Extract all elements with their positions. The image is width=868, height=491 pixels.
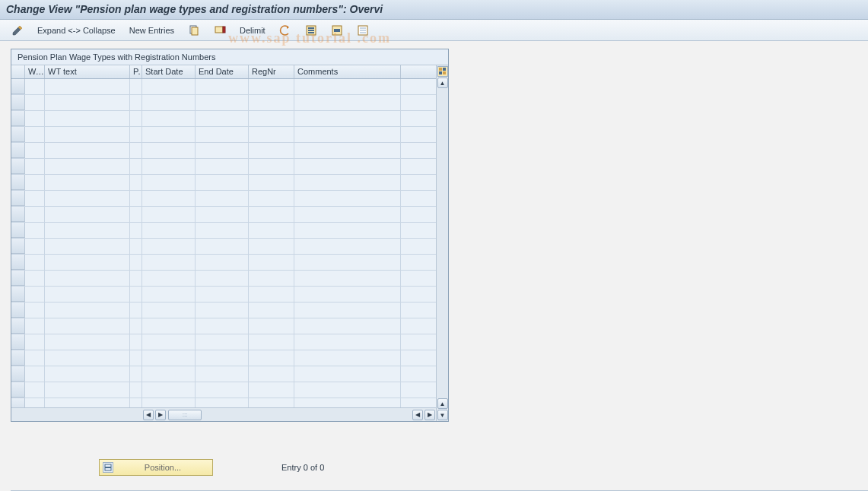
cell-regnr[interactable]	[249, 223, 294, 238]
cell-w[interactable]	[25, 95, 45, 110]
cell-end-date[interactable]	[196, 271, 249, 286]
cell-start-date[interactable]	[142, 175, 196, 190]
row-selector[interactable]	[11, 175, 25, 190]
cell-p[interactable]	[130, 382, 142, 398]
cell-regnr[interactable]	[249, 334, 294, 350]
row-selector[interactable]	[11, 366, 25, 382]
row-selector[interactable]	[11, 191, 25, 206]
cell-start-date[interactable]	[142, 127, 196, 142]
cell-regnr[interactable]	[249, 255, 294, 270]
row-selector[interactable]	[11, 318, 25, 334]
delete-button[interactable]	[208, 22, 231, 39]
cell-comments[interactable]	[294, 159, 401, 174]
cell-comments[interactable]	[294, 223, 401, 238]
position-button[interactable]: Position...	[99, 459, 213, 476]
cell-start-date[interactable]	[142, 350, 196, 366]
cell-w[interactable]	[25, 255, 45, 270]
row-selector[interactable]	[11, 239, 25, 254]
cell-regnr[interactable]	[249, 287, 294, 302]
vscroll-up2-button[interactable]: ▲	[437, 398, 448, 409]
cell-comments[interactable]	[294, 271, 401, 286]
cell-end-date[interactable]	[196, 303, 249, 318]
cell-wt-text[interactable]	[45, 255, 130, 270]
cell-end-date[interactable]	[196, 223, 249, 238]
cell-start-date[interactable]	[142, 239, 196, 254]
cell-p[interactable]	[130, 191, 142, 206]
cell-comments[interactable]	[294, 318, 401, 334]
cell-w[interactable]	[25, 366, 45, 382]
row-selector[interactable]	[11, 382, 25, 398]
cell-start-date[interactable]	[142, 287, 196, 302]
vscroll-down-button[interactable]: ▼	[437, 410, 448, 420]
cell-comments[interactable]	[294, 111, 401, 126]
cell-wt-text[interactable]	[45, 398, 130, 407]
column-header-start-date[interactable]: Start Date	[142, 65, 196, 78]
cell-start-date[interactable]	[142, 255, 196, 270]
cell-w[interactable]	[25, 239, 45, 254]
cell-end-date[interactable]	[196, 366, 249, 382]
cell-wt-text[interactable]	[45, 191, 130, 206]
cell-regnr[interactable]	[249, 127, 294, 142]
cell-wt-text[interactable]	[45, 303, 130, 318]
cell-w[interactable]	[25, 382, 45, 398]
cell-w[interactable]	[25, 318, 45, 334]
cell-start-date[interactable]	[142, 223, 196, 238]
row-selector[interactable]	[11, 350, 25, 366]
cell-p[interactable]	[130, 79, 142, 94]
cell-comments[interactable]	[294, 143, 401, 158]
cell-wt-text[interactable]	[45, 287, 130, 302]
row-selector[interactable]	[11, 271, 25, 286]
cell-w[interactable]	[25, 111, 45, 126]
cell-start-date[interactable]	[142, 111, 196, 126]
cell-regnr[interactable]	[249, 159, 294, 174]
cell-p[interactable]	[130, 287, 142, 302]
cell-w[interactable]	[25, 303, 45, 318]
cell-wt-text[interactable]	[45, 111, 130, 126]
cell-regnr[interactable]	[249, 207, 294, 222]
cell-start-date[interactable]	[142, 334, 196, 350]
row-selector[interactable]	[11, 79, 25, 94]
table-config-button[interactable]	[437, 66, 448, 77]
cell-start-date[interactable]	[142, 191, 196, 206]
cell-end-date[interactable]	[196, 175, 249, 190]
cell-w[interactable]	[25, 271, 45, 286]
cell-p[interactable]	[130, 159, 142, 174]
cell-regnr[interactable]	[249, 398, 294, 407]
cell-p[interactable]	[130, 127, 142, 142]
cell-p[interactable]	[130, 111, 142, 126]
cell-w[interactable]	[25, 223, 45, 238]
cell-p[interactable]	[130, 95, 142, 110]
cell-end-date[interactable]	[196, 207, 249, 222]
cell-wt-text[interactable]	[45, 334, 130, 350]
cell-end-date[interactable]	[196, 95, 249, 110]
cell-p[interactable]	[130, 334, 142, 350]
hscroll-left-end-button[interactable]: ◀	[412, 410, 423, 420]
cell-regnr[interactable]	[249, 175, 294, 190]
row-selector[interactable]	[11, 255, 25, 270]
hscroll-thumb[interactable]: :::	[168, 410, 202, 420]
cell-regnr[interactable]	[249, 111, 294, 126]
cell-regnr[interactable]	[249, 318, 294, 334]
cell-comments[interactable]	[294, 207, 401, 222]
column-header-wt-text[interactable]: WT text	[45, 65, 130, 78]
row-selector-header[interactable]	[11, 65, 25, 78]
cell-p[interactable]	[130, 239, 142, 254]
cell-wt-text[interactable]	[45, 127, 130, 142]
cell-w[interactable]	[25, 287, 45, 302]
cell-wt-text[interactable]	[45, 175, 130, 190]
row-selector[interactable]	[11, 143, 25, 158]
column-header-end-date[interactable]: End Date	[196, 65, 249, 78]
row-selector[interactable]	[11, 111, 25, 126]
cell-p[interactable]	[130, 350, 142, 366]
deselect-all-button[interactable]	[351, 22, 374, 39]
cell-comments[interactable]	[294, 255, 401, 270]
cell-comments[interactable]	[294, 127, 401, 142]
cell-w[interactable]	[25, 127, 45, 142]
cell-end-date[interactable]	[196, 159, 249, 174]
cell-start-date[interactable]	[142, 79, 196, 94]
cell-start-date[interactable]	[142, 318, 196, 334]
cell-regnr[interactable]	[249, 382, 294, 398]
cell-wt-text[interactable]	[45, 223, 130, 238]
cell-p[interactable]	[130, 223, 142, 238]
cell-regnr[interactable]	[249, 79, 294, 94]
